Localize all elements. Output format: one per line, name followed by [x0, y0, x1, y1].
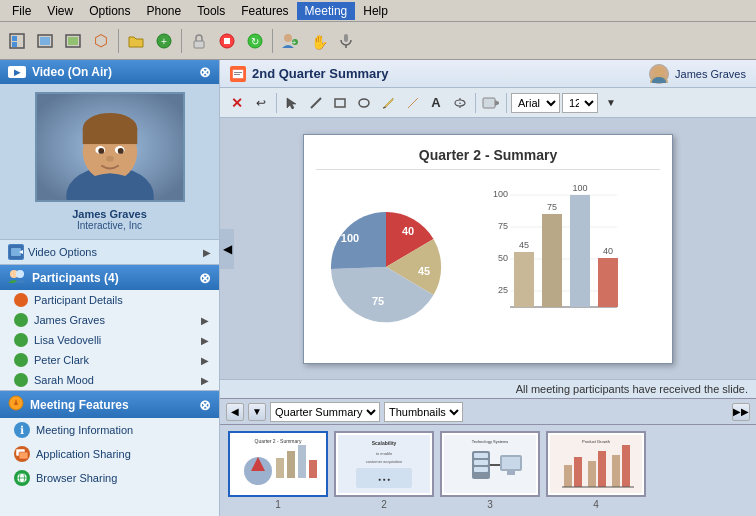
pres-video-btn[interactable] [480, 92, 502, 114]
font-selector[interactable]: Arial [511, 93, 560, 113]
video-panel-header: ▶ Video (On Air) ⊗ [0, 60, 219, 84]
thumb-controls: ◀ ▼ Quarter Summary Thumbnails ▶▶ [220, 399, 756, 425]
thumb-item-3: Technology Systems [440, 431, 540, 510]
menu-help[interactable]: Help [355, 2, 396, 20]
menu-file[interactable]: File [4, 2, 39, 20]
participants-collapse-btn[interactable]: ⊗ [199, 270, 211, 286]
slide-container: Quarter 2 - Summary [303, 134, 673, 364]
menu-view[interactable]: View [39, 2, 81, 20]
participant-sarah-row: Sarah Mood ▶ [34, 374, 209, 386]
svg-rect-76 [542, 214, 562, 307]
menu-options[interactable]: Options [81, 2, 138, 20]
video-icon: ▶ [8, 66, 26, 78]
quarter-summary-select[interactable]: Quarter Summary [270, 402, 380, 422]
svg-text:Quarter 2 - Summary: Quarter 2 - Summary [255, 438, 302, 444]
toolbar-btn-mic[interactable] [333, 28, 359, 54]
svg-text:●  ●  ●: ● ● ● [378, 476, 390, 482]
menu-features[interactable]: Features [233, 2, 296, 20]
meeting-information-item[interactable]: ℹ Meeting Information [0, 418, 219, 442]
pres-close-btn[interactable]: ✕ [226, 92, 248, 114]
toolbar-sep-2 [181, 29, 182, 53]
pres-font-expand-btn[interactable]: ▼ [600, 92, 622, 114]
font-size-selector[interactable]: 12 [562, 93, 598, 113]
participant-james-icon [14, 313, 28, 327]
toolbar-btn-hand[interactable]: ✋ [305, 28, 331, 54]
pres-select-btn[interactable] [281, 92, 303, 114]
thumbnails-view-select[interactable]: Thumbnails [384, 402, 463, 422]
thumb-frame-3[interactable]: Technology Systems [440, 431, 540, 497]
svg-rect-106 [507, 471, 515, 475]
toolbar-btn-5[interactable]: + [151, 28, 177, 54]
participant-details-item[interactable]: Participant Details [0, 290, 219, 310]
presentation-title: 2nd Quarter Summary [252, 66, 389, 81]
svg-rect-115 [622, 445, 630, 487]
participant-lisa-item[interactable]: Lisa Vedovelli ▶ [0, 330, 219, 350]
pres-line-btn[interactable] [305, 92, 327, 114]
pres-back-btn[interactable]: ↩ [250, 92, 272, 114]
svg-rect-86 [287, 451, 295, 478]
svg-text:45: 45 [519, 240, 529, 250]
svg-text:40: 40 [603, 246, 613, 256]
menu-meeting[interactable]: Meeting [297, 2, 356, 20]
video-options-label[interactable]: Video Options [28, 246, 199, 258]
slide-left-arrow[interactable]: ◀ [220, 229, 234, 269]
svg-rect-112 [588, 461, 596, 487]
svg-rect-114 [612, 455, 620, 487]
toolbar-sep-3 [272, 29, 273, 53]
toolbar-btn-3[interactable] [60, 28, 86, 54]
menu-phone[interactable]: Phone [139, 2, 190, 20]
svg-rect-2 [12, 42, 17, 47]
participant-peter-item[interactable]: Peter Clark ▶ [0, 350, 219, 370]
toolbar-btn-folder[interactable] [123, 28, 149, 54]
menu-tools[interactable]: Tools [189, 2, 233, 20]
participant-peter-arrow: ▶ [201, 355, 209, 366]
thumb-frame-2[interactable]: Scalability to enable customer acquisiti… [334, 431, 434, 497]
thumb-number-1: 1 [275, 499, 281, 510]
pres-pen-btn[interactable] [377, 92, 399, 114]
svg-rect-80 [598, 258, 618, 307]
application-sharing-item[interactable]: Application Sharing [0, 442, 219, 466]
participant-james-item[interactable]: James Graves ▶ [0, 310, 219, 330]
toolbar-btn-2[interactable] [32, 28, 58, 54]
svg-text:25: 25 [498, 285, 508, 295]
thumb-back-btn[interactable]: ◀ [226, 403, 244, 421]
thumb-dropdown-btn[interactable]: ▼ [248, 403, 266, 421]
pres-pointer-btn[interactable]: • [449, 92, 471, 114]
svg-rect-100 [474, 453, 488, 458]
participant-lisa-row: Lisa Vedovelli ▶ [34, 334, 209, 346]
toolbar-btn-lock[interactable] [186, 28, 212, 54]
pres-rect-btn[interactable] [329, 92, 351, 114]
svg-rect-105 [502, 457, 520, 469]
svg-rect-9 [194, 41, 204, 48]
toolbar-btn-1[interactable] [4, 28, 30, 54]
browser-sharing-item[interactable]: Browser Sharing [0, 466, 219, 490]
thumb-frame-4[interactable]: Product Growth [546, 431, 646, 497]
svg-text:75: 75 [372, 295, 384, 307]
thumb-frame-1[interactable]: Quarter 2 - Summary [228, 431, 328, 497]
participants-header: Participants (4) ⊗ [0, 265, 219, 290]
svg-rect-111 [574, 457, 582, 487]
svg-rect-85 [276, 458, 284, 478]
svg-text:customer acquisition: customer acquisition [366, 459, 402, 464]
toolbar-btn-4[interactable]: ⬡ [88, 28, 114, 54]
svg-text:to enable: to enable [376, 451, 393, 456]
slide-content: 40 45 75 100 100 75 5 [316, 182, 660, 342]
presentation-toolbar: ✕ ↩ A • [220, 88, 756, 118]
participant-sarah-arrow: ▶ [201, 375, 209, 386]
svg-text:75: 75 [498, 221, 508, 231]
features-header-left: Meeting Features [8, 395, 129, 414]
main-layout: ▶ Video (On Air) ⊗ [0, 60, 756, 516]
svg-line-54 [383, 107, 386, 108]
pres-text-btn[interactable]: A [425, 92, 447, 114]
thumb-expand-btn[interactable]: ▶▶ [732, 403, 750, 421]
toolbar-btn-green[interactable]: ↻ [242, 28, 268, 54]
pres-ellipse-btn[interactable] [353, 92, 375, 114]
video-collapse-btn[interactable]: ⊗ [199, 64, 211, 80]
participant-sarah-item[interactable]: Sarah Mood ▶ [0, 370, 219, 390]
features-collapse-btn[interactable]: ⊗ [199, 397, 211, 413]
pres-marker-btn[interactable] [401, 92, 423, 114]
video-options-row[interactable]: Video Options ▶ [0, 239, 219, 264]
toolbar-btn-person[interactable]: + [277, 28, 303, 54]
toolbar-btn-stop[interactable] [214, 28, 240, 54]
participant-lisa-label: Lisa Vedovelli [34, 334, 101, 346]
